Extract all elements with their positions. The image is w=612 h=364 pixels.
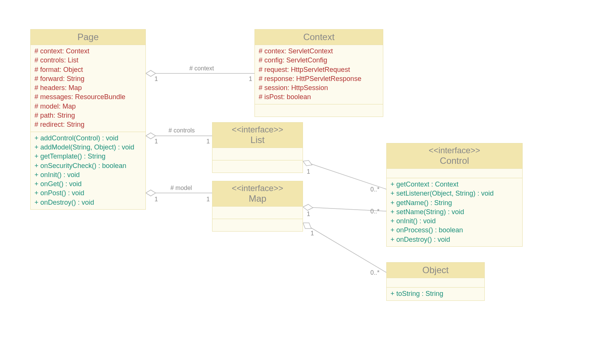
class-list-title: <<interface>> List [212, 123, 303, 148]
class-page-title: Page [31, 30, 145, 45]
class-control: <<interface>> Control + getContext : Con… [386, 143, 523, 247]
class-control-title: <<interface>> Control [387, 143, 522, 169]
class-page-attrs: # context: Context # controls: List # fo… [31, 45, 145, 132]
mult-page-map-right: 1 [206, 196, 210, 203]
class-map: <<interface>> Map [212, 181, 303, 232]
attr: # model: Map [34, 102, 142, 111]
class-list-attrs [212, 148, 303, 160]
diamond-page-map [146, 190, 156, 196]
op: + getName() : String [390, 198, 518, 207]
rel-label-controls: # controls [169, 127, 195, 134]
mult-page-context-right: 1 [249, 76, 252, 82]
mult-map-object-right: 0..* [370, 269, 379, 276]
op: + onInit() : void [390, 216, 518, 226]
mult-list-control-left: 1 [307, 168, 310, 175]
mult-list-control-right: 0..* [370, 186, 379, 193]
op: + onPost() : void [34, 188, 142, 198]
op: + setListener(Object, String) : void [390, 189, 518, 198]
class-map-ops [212, 219, 303, 231]
op: + addModel(String, Object) : void [34, 143, 142, 152]
stereotype: <<interface>> [216, 125, 299, 135]
rel-list-control [310, 163, 386, 189]
op: + onInit() : void [34, 170, 142, 179]
attr: # config: ServletConfig [259, 56, 379, 65]
attr: # request: HttpServletRequest [259, 65, 379, 74]
mult-page-list-left: 1 [155, 138, 158, 145]
class-context-attrs: # contex: ServletContext # config: Servl… [255, 45, 383, 104]
stereotype: <<interface>> [390, 146, 518, 156]
attr: # controls: List [34, 56, 142, 65]
class-object-attrs [387, 278, 484, 288]
mult-page-map-left: 1 [155, 196, 158, 203]
attr: # context: Context [34, 47, 142, 56]
class-map-attrs [212, 207, 303, 219]
attr: # response: HttPServletResponse [259, 74, 379, 83]
op: + getTemplate() : String [34, 152, 142, 161]
class-list-ops [212, 160, 303, 173]
class-list: <<interface>> List [212, 122, 303, 173]
class-object: Object + toString : String [386, 262, 485, 301]
op: + onGet() : void [34, 179, 142, 188]
op: + setName(String) : void [390, 207, 518, 216]
op: + getContext : Context [390, 180, 518, 189]
title-text: Map [249, 193, 267, 204]
attr: # contex: ServletContext [259, 47, 379, 56]
class-context-ops [255, 104, 383, 117]
attr: # headers: Map [34, 83, 142, 92]
op: + addControl(Control) : void [34, 134, 142, 143]
op: + onSecurityCheck() : boolean [34, 161, 142, 170]
mult-map-control-right: 0..* [370, 208, 379, 215]
class-object-title: Object [387, 263, 484, 278]
diamond-map-object [303, 223, 311, 229]
class-page: Page # context: Context # controls: List… [30, 29, 146, 210]
mult-map-control-left: 1 [307, 211, 310, 218]
class-context-title: Context [255, 30, 383, 45]
class-map-title: <<interface>> Map [212, 181, 303, 207]
class-object-ops: + toString : String [387, 288, 484, 300]
op: + onProcess() : boolean [390, 226, 518, 235]
attr: # redirect: String [34, 120, 142, 129]
class-context: Context # contex: ServletContext # confi… [254, 29, 383, 117]
op: + onDestroy() : void [390, 235, 518, 244]
diamond-list-control [303, 160, 312, 166]
attr: # isPost: boolean [259, 92, 379, 101]
mult-page-list-right: 1 [206, 138, 210, 145]
attr: # forward: String [34, 74, 142, 83]
diamond-map-control [303, 204, 313, 210]
op: + toString : String [390, 289, 481, 298]
class-control-attrs [387, 169, 522, 178]
rel-label-context: # context [189, 65, 214, 72]
class-control-ops: + getContext : Context + setListener(Obj… [387, 178, 522, 246]
attr: # messages: ResourceBundle [34, 92, 142, 101]
mult-map-object-left: 1 [311, 230, 314, 237]
attr: # format: Object [34, 65, 142, 74]
op: + onDestroy() : void [34, 198, 142, 207]
stereotype: <<interface>> [216, 184, 299, 193]
title-text: List [250, 135, 264, 145]
mult-page-context-left: 1 [155, 76, 158, 82]
rel-label-model: # model [170, 185, 192, 191]
attr: # path: String [34, 111, 142, 120]
class-page-ops: + addControl(Control) : void + addModel(… [31, 132, 145, 209]
attr: # session: HttpSession [259, 83, 379, 92]
rel-map-object [310, 227, 386, 272]
title-text: Control [440, 156, 469, 166]
